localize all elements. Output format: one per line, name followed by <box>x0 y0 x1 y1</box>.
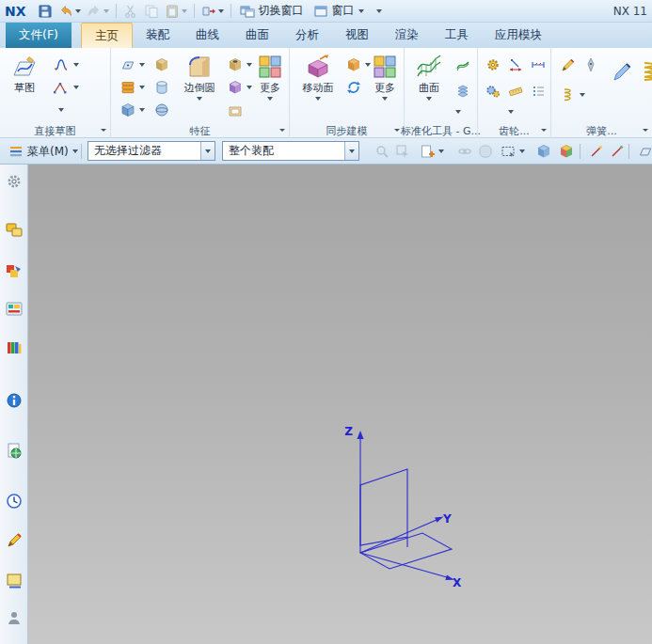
unite-button[interactable] <box>119 101 137 119</box>
paste-button[interactable] <box>163 2 189 21</box>
extrude-button[interactable] <box>152 55 171 74</box>
graphics-viewport[interactable]: Z Y X <box>28 165 652 644</box>
repeat-command-button[interactable] <box>199 2 226 21</box>
chain-select-button[interactable] <box>455 142 474 161</box>
selection-filter-combo[interactable]: 无选择过滤器 <box>87 141 215 161</box>
move-face-button[interactable]: 移动面 <box>295 52 341 101</box>
spline-dropdown-caret[interactable] <box>72 55 81 74</box>
blue-pen-button[interactable] <box>610 59 634 84</box>
tab-surface[interactable]: 曲面 <box>232 23 282 48</box>
datum-plane-icon <box>120 57 135 72</box>
measure-tool-button[interactable] <box>529 55 548 74</box>
select-by-type-button[interactable] <box>393 142 412 161</box>
sphere-button[interactable] <box>152 101 171 119</box>
reuse-library-button[interactable] <box>5 338 24 357</box>
group-caption-direct-sketch[interactable]: 直接草图 <box>0 124 110 137</box>
spring-wizard-button[interactable] <box>638 59 652 84</box>
revolve-button[interactable] <box>152 78 171 97</box>
ribbon-tab-bar: 文件(F) 主页 装配 曲线 曲面 分析 视图 渲染 工具 应用模块 <box>0 23 652 48</box>
web-browser-button[interactable] <box>5 442 24 461</box>
selection-scope-combo[interactable]: 整个装配 <box>222 141 359 161</box>
switch-window-button[interactable]: 切换窗口 <box>236 2 308 21</box>
feature-more-button[interactable]: 更多 <box>252 52 288 101</box>
studio-spline-button[interactable] <box>51 55 70 74</box>
gear-more-caret[interactable] <box>506 102 516 121</box>
offset-region-button[interactable] <box>344 55 363 74</box>
sketch-button[interactable]: 草图 <box>4 52 45 94</box>
spring-coil-button[interactable] <box>559 86 578 104</box>
pen-nib-button[interactable] <box>581 55 600 74</box>
group-caption-feature[interactable]: 特征 <box>111 124 289 137</box>
group-caption-spring[interactable]: 弹簧... <box>551 124 652 137</box>
redo-button[interactable] <box>85 2 111 21</box>
surface-more-caret[interactable] <box>453 102 463 121</box>
save-button[interactable] <box>36 2 55 21</box>
tab-render[interactable]: 渲染 <box>382 23 432 48</box>
tab-curve[interactable]: 曲线 <box>183 23 232 48</box>
datum-plane-caret[interactable] <box>137 55 147 74</box>
roles-button[interactable] <box>5 609 24 628</box>
profile-dropdown-caret[interactable] <box>72 78 81 97</box>
customize-quick-access-button[interactable] <box>370 2 389 21</box>
edge-style-button[interactable] <box>608 142 627 161</box>
replace-face-button[interactable] <box>344 78 363 97</box>
manufacturing-wizard-button[interactable] <box>5 572 24 590</box>
copy-button[interactable] <box>142 2 161 21</box>
part-navigator-button[interactable] <box>5 300 24 319</box>
cut-icon <box>123 4 138 19</box>
orient-view-button[interactable] <box>557 142 576 161</box>
surface-button[interactable]: 曲面 <box>408 52 450 101</box>
tab-home[interactable]: 主页 <box>81 23 133 48</box>
assembly-navigator-button[interactable] <box>5 221 24 240</box>
selection-scope-dropdown-button[interactable] <box>344 142 358 160</box>
group-caption-synchronous[interactable]: 同步建模 <box>290 124 404 137</box>
find-in-navigator-button[interactable] <box>373 142 391 161</box>
cut-button[interactable] <box>121 2 140 21</box>
design-pencil-button[interactable] <box>559 55 578 74</box>
create-group-caret[interactable] <box>437 142 446 161</box>
ruler-tool-button[interactable] <box>506 82 525 101</box>
process-studio-button[interactable] <box>5 531 24 550</box>
undo-button[interactable] <box>56 2 83 21</box>
gear-modeling-button[interactable] <box>484 55 502 74</box>
resource-options-button[interactable] <box>5 172 24 191</box>
edge-blend-button[interactable]: 边倒圆 <box>177 52 222 101</box>
gear-pair-button[interactable] <box>484 82 502 101</box>
tab-assemblies[interactable]: 装配 <box>133 23 183 48</box>
profile-button[interactable] <box>51 78 70 97</box>
list-tool-button[interactable] <box>529 82 548 101</box>
history-button[interactable] <box>5 492 24 510</box>
constraint-navigator-button[interactable] <box>5 263 24 282</box>
tab-application[interactable]: 应用模块 <box>482 23 555 48</box>
stop-selection-button[interactable] <box>476 142 495 161</box>
spring-coil-caret[interactable] <box>578 86 587 104</box>
tab-tools[interactable]: 工具 <box>432 23 482 48</box>
dimension-tool-button[interactable] <box>506 55 525 74</box>
datum-plane-button[interactable] <box>119 55 137 74</box>
hole-button[interactable] <box>226 55 245 74</box>
pattern-feature-button[interactable] <box>119 78 137 97</box>
tab-analysis[interactable]: 分析 <box>282 23 332 48</box>
marquee-select-caret[interactable] <box>517 142 527 161</box>
create-group-button[interactable] <box>418 142 437 161</box>
tab-file[interactable]: 文件(F) <box>6 23 72 48</box>
highlight-edges-button[interactable] <box>587 142 606 161</box>
extra-tool-button[interactable] <box>636 142 652 161</box>
group-caption-gear[interactable]: 齿轮... <box>478 124 550 137</box>
sketch-more-caret[interactable] <box>56 101 66 119</box>
shell-button[interactable] <box>226 101 245 119</box>
unite-caret[interactable] <box>137 101 147 119</box>
swept-button[interactable] <box>453 55 472 74</box>
through-curves-button[interactable] <box>453 82 472 101</box>
hd3d-tools-button[interactable] <box>5 391 24 410</box>
synchronous-more-button[interactable]: 更多 <box>369 52 401 101</box>
menu-button[interactable]: 菜单(M) <box>4 141 83 162</box>
pattern-feature-caret[interactable] <box>137 78 147 97</box>
window-menu-button[interactable]: 窗口 <box>310 2 368 21</box>
tab-view[interactable]: 视图 <box>332 23 382 48</box>
marquee-select-button[interactable] <box>499 142 517 161</box>
selection-filter-dropdown-button[interactable] <box>200 142 215 160</box>
shaded-view-button[interactable] <box>534 142 553 161</box>
group-caption-standard-tools[interactable]: 标准化工具 - G... <box>405 124 477 137</box>
chamfer-button[interactable] <box>226 78 245 97</box>
